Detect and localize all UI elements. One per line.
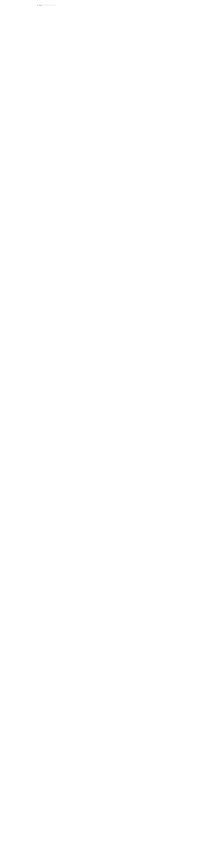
attributes-icon (39, 6, 42, 6)
attributes-header: attributes (37, 5, 56, 6)
attributes-header-label: attributes (43, 6, 55, 6)
